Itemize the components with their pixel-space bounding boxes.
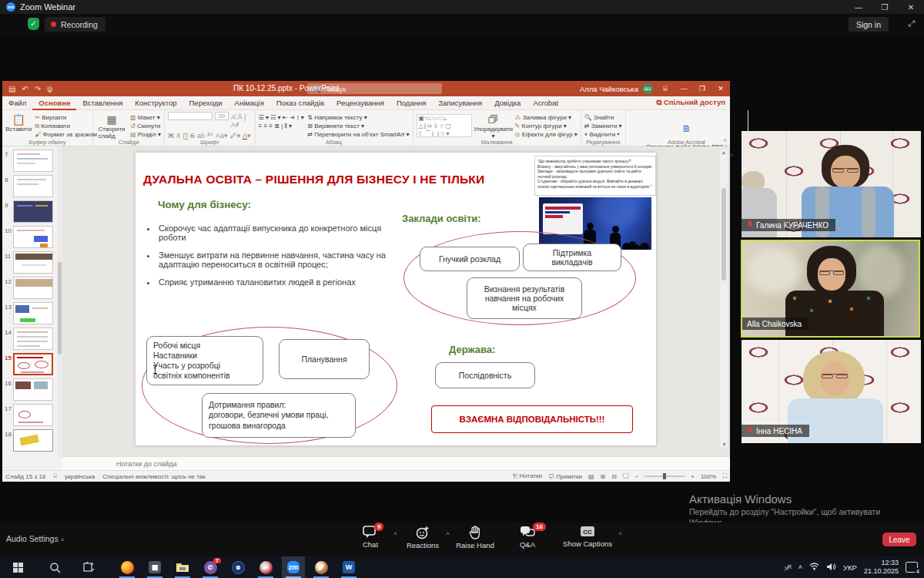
viber-icon[interactable]: ✆ 7 xyxy=(199,556,222,578)
thumbnail-slide-8[interactable]: 8 xyxy=(2,173,62,199)
biz-box-workplaces[interactable]: Робочі місця Наставники Участь у розробц… xyxy=(146,336,263,385)
ppt-minimize-button[interactable]: — xyxy=(675,81,693,96)
view-reading-icon[interactable]: ⊟ xyxy=(611,473,617,480)
font-size-input[interactable]: 20 xyxy=(215,112,229,120)
shapes-gallery[interactable]: ▣\\□○□▵△⌊⇨⇩☆▢☾⌒{ }☆▾ xyxy=(417,114,472,137)
thumbnail-slide-17[interactable]: 17 xyxy=(2,402,62,428)
close-button[interactable]: ✕ xyxy=(898,0,924,14)
edu-box-schedule[interactable]: Гнучкий розклад xyxy=(420,247,520,271)
ppt-account[interactable]: Алла Чайковська АЧ xyxy=(580,81,653,96)
state-box-consistency[interactable]: Послідовність xyxy=(435,362,535,388)
undo-icon[interactable]: ↶ xyxy=(22,85,28,93)
tab-design[interactable]: Конструктор xyxy=(129,96,182,110)
thumbnail-slide-7[interactable]: 7 xyxy=(2,148,62,173)
tab-home[interactable]: Основне xyxy=(32,96,76,110)
ppt-search-box[interactable]: 🔍 Пошук xyxy=(307,83,442,94)
ppt-close-button[interactable]: ✕ xyxy=(711,81,730,96)
chat-button[interactable]: Chat 9 ˄ xyxy=(348,526,393,554)
word-icon[interactable]: W xyxy=(337,556,360,578)
share-button[interactable]: ⧉ Спільний доступ xyxy=(656,98,725,107)
firefox-icon[interactable] xyxy=(116,556,139,578)
tab-view[interactable]: Подання xyxy=(390,96,432,110)
audio-settings-button[interactable]: Audio Settings ˄ xyxy=(6,534,64,543)
grow-shrink-font[interactable]: А̂ А̌ | А҂ xyxy=(231,113,252,129)
task-view-icon[interactable] xyxy=(77,556,100,578)
copy-button[interactable]: ⧉ Копіювати xyxy=(35,123,97,130)
thumbnail-slide-9[interactable]: 9 xyxy=(2,199,62,224)
tab-help[interactable]: Довідка xyxy=(488,96,527,110)
thumbnail-slide-11[interactable]: 11 xyxy=(2,250,62,275)
arrange-button[interactable]: 🗇 Упорядкувати ▾ xyxy=(475,112,512,139)
cut-button[interactable]: ✂ Вирізати xyxy=(35,114,97,122)
zoom-out-button[interactable]: − xyxy=(635,473,639,480)
shape-fill-button[interactable]: 🝆 Заливка фігури ▾ xyxy=(515,114,578,122)
video-tile-chaikovska-active[interactable]: Alla Chaikovska xyxy=(741,240,920,338)
align-row[interactable]: ≡ ≡ ≡ ≣ | ⫴ ▾ xyxy=(259,123,305,130)
tab-slideshow[interactable]: Показ слайдів xyxy=(270,96,330,110)
raise-hand-button[interactable]: Raise Hand xyxy=(453,526,497,554)
new-slide-button[interactable]: ▦ Створити слайд xyxy=(96,112,127,139)
panel-scrollbar[interactable] xyxy=(57,146,62,456)
reset-button[interactable]: ↺ Скинути xyxy=(130,123,161,130)
view-slideshow-icon[interactable]: 🖵 xyxy=(623,472,629,480)
taskbar-search-icon[interactable] xyxy=(43,556,66,578)
bullets-row[interactable]: ☰ ▾ ☷ ▾ ⇤ ⇥ ↕ ▾ xyxy=(259,114,305,122)
qa-button[interactable]: Q&A 16 xyxy=(505,526,550,554)
biz-box-planning[interactable]: Планування xyxy=(279,339,370,379)
tab-animations[interactable]: Анімація xyxy=(229,96,270,110)
edu-box-recognition[interactable]: Визнання результатів навчання на робочих… xyxy=(467,277,582,319)
view-normal-icon[interactable]: ▤ xyxy=(588,473,594,480)
captions-button[interactable]: CC Show Captions ˄ xyxy=(557,526,618,554)
volume-icon[interactable] xyxy=(826,563,836,573)
tab-transitions[interactable]: Переходи xyxy=(183,96,229,110)
tray-chevron-icon[interactable]: ˄ xyxy=(798,563,802,571)
language-indicator[interactable]: УКР xyxy=(843,563,857,572)
find-button[interactable]: 🔍 Знайти xyxy=(584,114,622,122)
file-explorer-icon[interactable] xyxy=(171,556,194,578)
thumbnail-slide-18[interactable]: 18 xyxy=(2,428,62,453)
biz-box-rules[interactable]: Дотримання правил: договори, безпечні ум… xyxy=(202,393,356,438)
section-button[interactable]: ▤ Розділ ▾ xyxy=(130,131,161,139)
zoom-taskbar-icon[interactable]: zm xyxy=(282,556,305,578)
tray-clock[interactable]: 12:33 21.10.2025 xyxy=(864,559,899,576)
accessibility-status[interactable]: Спеціальні можливості: щось не так xyxy=(102,473,205,480)
fullscreen-icon[interactable]: ⤢ xyxy=(908,18,915,29)
reactions-button[interactable]: Reactions ˄ xyxy=(400,526,445,554)
recording-indicator[interactable]: Recording xyxy=(45,17,105,32)
paste-button[interactable]: 📋 Вставити xyxy=(5,112,32,133)
photo-app-icon[interactable]: ✄ xyxy=(254,556,277,578)
view-sorter-icon[interactable]: ⊞ xyxy=(600,473,605,480)
video-tile-nesina[interactable]: Інна НЕСІНА xyxy=(742,340,921,443)
collapse-ribbon-icon[interactable]: ˄ xyxy=(723,137,727,144)
tab-file[interactable]: Файл xyxy=(2,96,32,110)
wifi-icon[interactable] xyxy=(809,563,819,572)
align-text-button[interactable]: ⊞ Вирівняти текст ▾ xyxy=(307,123,409,130)
responsibility-box[interactable]: ВЗАЄМНА ВІДПОВІДАЛЬНІСТЬ!!! xyxy=(431,405,633,433)
text-direction-button[interactable]: ⇅ Напрямок тексту ▾ xyxy=(307,114,409,122)
smartart-button[interactable]: ⇄ Перетворити на об'єкт SmartArt ▾ xyxy=(307,131,409,139)
captions-chevron-icon[interactable]: ˄ xyxy=(618,530,622,537)
shape-outline-button[interactable]: ✎ Контур фігури ▾ xyxy=(515,123,578,130)
format-painter-button[interactable]: 🖌 Формат за зразком xyxy=(35,131,97,139)
status-language[interactable]: українська xyxy=(65,473,95,480)
security-shield-icon[interactable]: ✓ xyxy=(28,18,39,30)
notes-toggle[interactable]: ⎗ Нотатки xyxy=(513,472,542,480)
thumbnail-slide-13[interactable]: 13 xyxy=(2,301,62,326)
minimize-button[interactable]: — xyxy=(845,0,872,14)
fit-slide-icon[interactable]: ⛶ xyxy=(722,472,727,480)
save-icon[interactable]: ▤ xyxy=(8,85,15,93)
notification-center-icon[interactable]: 4 xyxy=(906,562,918,573)
thumbnail-slide-16[interactable]: 16 xyxy=(2,377,62,402)
zoom-level[interactable]: 100% xyxy=(701,473,716,480)
zoom-slider[interactable] xyxy=(644,476,685,477)
shape-effects-button[interactable]: ◎ Ефекти для фігур ▾ xyxy=(515,131,578,139)
k-app-icon[interactable]: ⊗ xyxy=(226,556,249,578)
reactions-chevron-icon[interactable]: ˄ xyxy=(446,530,450,537)
start-button[interactable] xyxy=(6,556,29,578)
comments-toggle[interactable]: 🗩 Примітки xyxy=(548,473,582,480)
notes-pane[interactable]: Нотатки до слайда xyxy=(62,456,730,470)
leave-button[interactable]: Leave xyxy=(882,533,916,546)
paint-app-icon[interactable]: 🖌 xyxy=(310,556,333,578)
video-tile-kurachenko[interactable]: Галина КУРАЧЕНКО xyxy=(742,131,921,237)
slideshow-icon[interactable]: ψ xyxy=(47,85,52,93)
